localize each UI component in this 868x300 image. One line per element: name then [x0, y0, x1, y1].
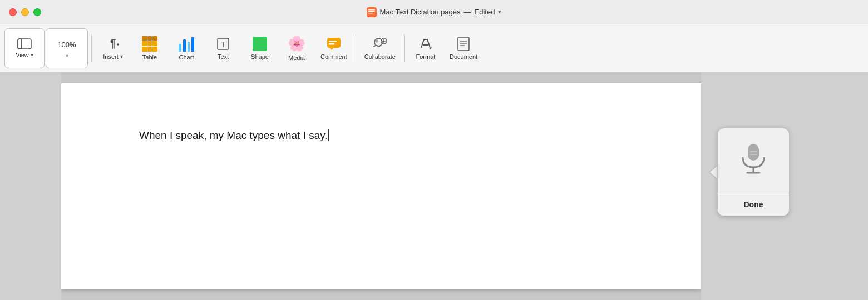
svg-point-16 — [375, 39, 378, 43]
dictation-widget: Done — [717, 128, 790, 216]
document-button[interactable]: Document — [445, 28, 482, 68]
document-area[interactable]: When I speak, my Mac types what I say. — [61, 72, 701, 300]
document-icon — [457, 37, 470, 51]
table-icon — [142, 36, 157, 52]
comment-label: Comment — [320, 53, 347, 60]
insert-button[interactable]: ¶ Insert ▾ — [95, 28, 131, 68]
chart-label: Chart — [179, 54, 194, 61]
window-controls — [9, 8, 41, 16]
text-label: Text — [218, 53, 229, 60]
svg-rect-4 — [18, 39, 31, 49]
body-text[interactable]: When I speak, my Mac types what I say. — [139, 128, 623, 144]
svg-line-21 — [430, 48, 432, 49]
format-button[interactable]: Format — [408, 28, 443, 68]
svg-rect-1 — [368, 9, 375, 11]
collaborate-icon — [372, 37, 388, 51]
media-icon: 🌸 — [288, 35, 305, 52]
minimize-button[interactable] — [21, 8, 29, 16]
page[interactable]: When I speak, my Mac types what I say. — [61, 83, 701, 289]
shape-button[interactable]: Shape — [242, 28, 278, 68]
zoom-button[interactable]: 100% ▾ — [46, 28, 88, 68]
view-icon — [17, 38, 32, 49]
insert-icon: ¶ — [106, 37, 120, 51]
svg-rect-26 — [748, 144, 759, 161]
toolbar: View ▾ 100% ▾ ¶ Insert ▾ — [0, 24, 868, 72]
media-button[interactable]: 🌸 Media — [279, 28, 314, 68]
separator-1 — [91, 34, 92, 62]
svg-rect-13 — [329, 41, 337, 42]
comment-icon — [326, 37, 342, 51]
title-status: Edited — [475, 8, 495, 16]
separator-3 — [404, 34, 405, 62]
text-icon: T — [216, 37, 230, 51]
body-text-content: When I speak, my Mac types what I say. — [139, 129, 328, 141]
dictation-arrow — [710, 166, 718, 179]
svg-text:T: T — [220, 39, 225, 49]
chart-icon — [179, 36, 194, 52]
svg-rect-22 — [458, 37, 469, 51]
title-separator: — — [464, 8, 471, 16]
window-title: Mac Text Dictation.pages — Edited ▾ — [367, 7, 502, 17]
insert-label: Insert — [103, 53, 119, 60]
collaborate-button[interactable]: Collaborate — [359, 28, 401, 68]
svg-rect-3 — [368, 13, 373, 14]
format-icon — [418, 37, 433, 51]
maximize-button[interactable] — [33, 8, 41, 16]
view-button[interactable]: View ▾ — [4, 28, 45, 68]
table-button[interactable]: Table — [132, 28, 167, 68]
collaborate-label: Collaborate — [364, 53, 396, 60]
title-chevron-icon[interactable]: ▾ — [498, 8, 501, 16]
insert-chevron-icon: ▾ — [120, 53, 123, 59]
dictation-widget-wrapper: Done — [710, 128, 790, 216]
text-cursor — [328, 129, 329, 141]
shape-label: Shape — [251, 53, 269, 60]
svg-rect-0 — [367, 7, 377, 17]
dictation-mic-area — [727, 128, 780, 193]
microphone-icon — [738, 142, 768, 182]
document-label: Document — [450, 53, 477, 60]
table-label: Table — [142, 54, 157, 61]
close-button[interactable] — [9, 8, 17, 16]
media-label: Media — [288, 54, 305, 61]
view-chevron-icon: ▾ — [31, 52, 33, 58]
svg-rect-14 — [329, 43, 334, 45]
separator-2 — [356, 34, 356, 62]
svg-rect-12 — [327, 38, 341, 48]
zoom-chevron-icon: ▾ — [66, 53, 68, 59]
pages-icon — [367, 7, 377, 17]
zoom-value: 100% — [57, 41, 76, 49]
format-label: Format — [416, 53, 436, 60]
chart-button[interactable]: Chart — [169, 28, 204, 68]
view-label: View — [16, 52, 29, 58]
title-text: Mac Text Dictation.pages — [380, 8, 461, 16]
text-button[interactable]: T Text — [205, 28, 241, 68]
shape-icon — [253, 37, 267, 51]
main-area: When I speak, my Mac types what I say. — [0, 72, 868, 300]
done-button[interactable]: Done — [718, 193, 789, 216]
svg-rect-5 — [18, 39, 22, 49]
right-sidebar: Done — [701, 72, 868, 300]
left-sidebar — [0, 72, 61, 300]
titlebar: Mac Text Dictation.pages — Edited ▾ — [0, 0, 868, 24]
svg-text:¶: ¶ — [110, 37, 116, 49]
svg-rect-2 — [368, 11, 375, 12]
comment-button[interactable]: Comment — [315, 28, 352, 68]
